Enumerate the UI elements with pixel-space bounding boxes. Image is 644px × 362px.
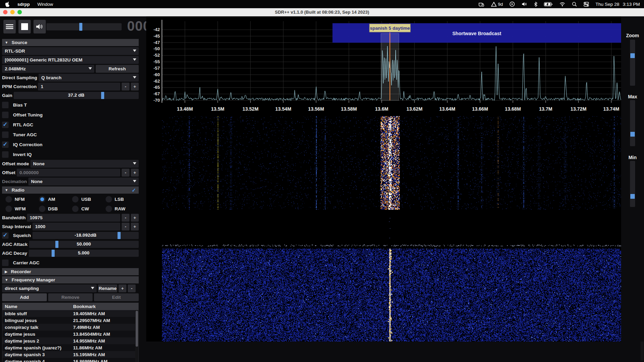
- wifi-icon[interactable]: [559, 2, 565, 6]
- rtl-agc-checkbox[interactable]: [2, 122, 9, 128]
- mode-am[interactable]: AM: [39, 195, 72, 203]
- table-row[interactable]: daytime jesus 214.955MHz AM: [2, 337, 138, 344]
- bandwidth-input[interactable]: 10975: [27, 214, 120, 222]
- mode-usb[interactable]: USB: [72, 195, 106, 203]
- edit-bookmark-button[interactable]: Edit: [94, 293, 139, 301]
- menubar-window-menu[interactable]: Window: [37, 2, 53, 7]
- samplerate-value: 2.048MHz: [5, 66, 26, 71]
- refresh-button[interactable]: Refresh: [96, 65, 139, 73]
- add-list-button[interactable]: +: [119, 284, 126, 292]
- table-scrollbar[interactable]: [135, 310, 138, 362]
- column-header-name[interactable]: Name: [2, 304, 71, 309]
- agc-decay-slider[interactable]: 5.000: [29, 250, 139, 257]
- rtl-agc-row[interactable]: RTL AGC: [2, 120, 139, 129]
- tuner-agc-checkbox[interactable]: [2, 131, 9, 138]
- mute-button[interactable]: [33, 20, 46, 33]
- iq-correction-row[interactable]: IQ Correction: [2, 140, 139, 149]
- ppm-correction-input[interactable]: 1: [38, 83, 120, 90]
- table-row[interactable]: daytime jesus13.84504MHz AM: [2, 331, 138, 337]
- status-triangle-icon[interactable]: 9d: [491, 2, 503, 7]
- mode-wfm[interactable]: WFM: [5, 205, 39, 213]
- max-slider[interactable]: [630, 100, 635, 146]
- mode-raw[interactable]: RAW: [106, 205, 139, 213]
- fft-plot[interactable]: -42-45-47-50-52-55-57-60-62-65-67-7013.4…: [146, 16, 621, 116]
- zoom-slider-handle[interactable]: [630, 53, 635, 58]
- mode-cw[interactable]: CW: [72, 205, 106, 213]
- mode-nfm[interactable]: NFM: [5, 195, 39, 203]
- bluetooth-icon[interactable]: [534, 2, 537, 7]
- offset-mode-dropdown[interactable]: None: [30, 160, 139, 168]
- volume-slider-handle[interactable]: [79, 23, 82, 31]
- ppm-decrement-button[interactable]: -: [122, 83, 129, 90]
- radio-enabled-checkbox[interactable]: ✓: [132, 187, 136, 193]
- mode-dsb[interactable]: DSB: [39, 205, 72, 213]
- macos-menubar: sdrpp Window ! 9d: [0, 0, 644, 8]
- table-row[interactable]: daytime spanish 315.195MHz AM: [2, 351, 138, 358]
- agc-attack-slider[interactable]: 50.000: [29, 241, 139, 248]
- offset-input[interactable]: 0.000000: [17, 169, 120, 177]
- tuner-agc-row[interactable]: Tuner AGC: [2, 130, 139, 139]
- menubar-app-name[interactable]: sdrpp: [17, 2, 30, 7]
- remove-bookmark-button[interactable]: Remove: [48, 293, 93, 301]
- caffeinate-mug-icon[interactable]: !: [478, 2, 484, 7]
- invert-iq-checkbox[interactable]: [2, 151, 9, 158]
- iq-correction-checkbox[interactable]: [2, 141, 9, 148]
- radio-panel-header[interactable]: ▼ Radio ✓: [2, 186, 139, 194]
- remove-list-button[interactable]: -: [128, 284, 136, 292]
- squelch-slider[interactable]: -18.092dB: [32, 232, 139, 239]
- max-slider-handle[interactable]: [630, 132, 635, 137]
- snap-decrement-button[interactable]: -: [122, 223, 129, 231]
- source-type-dropdown[interactable]: RTL-SDR: [2, 47, 139, 55]
- offset-tuning-checkbox[interactable]: [2, 112, 9, 118]
- volume-slider[interactable]: [46, 23, 122, 30]
- rename-list-button[interactable]: Rename: [98, 284, 117, 292]
- table-row[interactable]: daytime spanish 416.8699MHz AM: [2, 358, 138, 362]
- column-header-bookmark[interactable]: Bookmark: [71, 304, 138, 309]
- waterfall[interactable]: [162, 116, 621, 342]
- table-row[interactable]: conspiracy talk7.49MHz AM: [2, 324, 138, 331]
- ppm-increment-button[interactable]: +: [131, 83, 139, 90]
- menu-toggle-button[interactable]: [3, 20, 16, 33]
- add-bookmark-button[interactable]: Add: [2, 293, 47, 301]
- device-dropdown[interactable]: [00000001] Generic RTL2832U OEM: [2, 56, 139, 64]
- snap-increment-button[interactable]: +: [131, 223, 139, 231]
- min-slider-handle[interactable]: [630, 194, 635, 199]
- decimation-dropdown[interactable]: None: [28, 178, 139, 185]
- snap-interval-input[interactable]: 1000: [32, 223, 120, 231]
- mode-dsb-label: DSB: [48, 206, 58, 211]
- control-center-icon[interactable]: [584, 2, 589, 7]
- volume-menubar-icon[interactable]: [521, 2, 527, 6]
- carrier-agc-checkbox[interactable]: [2, 260, 9, 266]
- squelch-checkbox[interactable]: [2, 232, 9, 239]
- offset-tuning-row[interactable]: Offset Tuning: [2, 110, 139, 119]
- min-slider[interactable]: [630, 161, 635, 207]
- spotlight-search-icon[interactable]: [572, 2, 577, 7]
- table-row[interactable]: bible stuff19.405MHz AM: [2, 310, 138, 317]
- freq-manager-panel-header[interactable]: ▼ Frequency Manager: [2, 276, 139, 283]
- spectrum-display-area[interactable]: -42-45-47-50-52-55-57-60-62-65-67-7013.4…: [146, 16, 621, 342]
- battery-icon[interactable]: [544, 2, 553, 6]
- recorder-panel-header[interactable]: ▶ Recorder: [2, 268, 139, 275]
- bandwidth-increment-button[interactable]: +: [131, 214, 139, 222]
- gain-slider[interactable]: 37.2 dB: [14, 92, 139, 99]
- apple-menu-icon[interactable]: [5, 1, 10, 7]
- mode-lsb[interactable]: LSB: [106, 195, 139, 203]
- stop-button[interactable]: [18, 20, 31, 33]
- direct-sampling-dropdown[interactable]: Q branch: [39, 74, 139, 82]
- table-row[interactable]: bilingual jesus21.29507MHz AM: [2, 317, 138, 324]
- play-circle-icon[interactable]: [509, 1, 515, 7]
- menubar-clock[interactable]: Thu Sep 28 3:13 PM: [595, 2, 640, 7]
- bias-t-checkbox[interactable]: [2, 102, 9, 108]
- invert-iq-row[interactable]: Invert IQ: [2, 150, 139, 159]
- bookmark-list-dropdown[interactable]: direct sampling: [2, 284, 97, 292]
- zoom-slider[interactable]: [630, 40, 635, 86]
- bias-t-row[interactable]: Bias T: [2, 100, 139, 109]
- offset-decrement-button[interactable]: -: [122, 169, 129, 177]
- carrier-agc-row[interactable]: Carrier AGC: [2, 258, 139, 267]
- samplerate-dropdown[interactable]: 2.048MHz: [2, 65, 94, 73]
- table-scrollbar-thumb[interactable]: [136, 311, 138, 347]
- source-panel-header[interactable]: ▼ Source: [2, 39, 139, 46]
- bandwidth-decrement-button[interactable]: -: [122, 214, 129, 222]
- table-row[interactable]: daytime spanish (juarez?)11.86MHz AM: [2, 344, 138, 351]
- offset-increment-button[interactable]: +: [131, 169, 139, 177]
